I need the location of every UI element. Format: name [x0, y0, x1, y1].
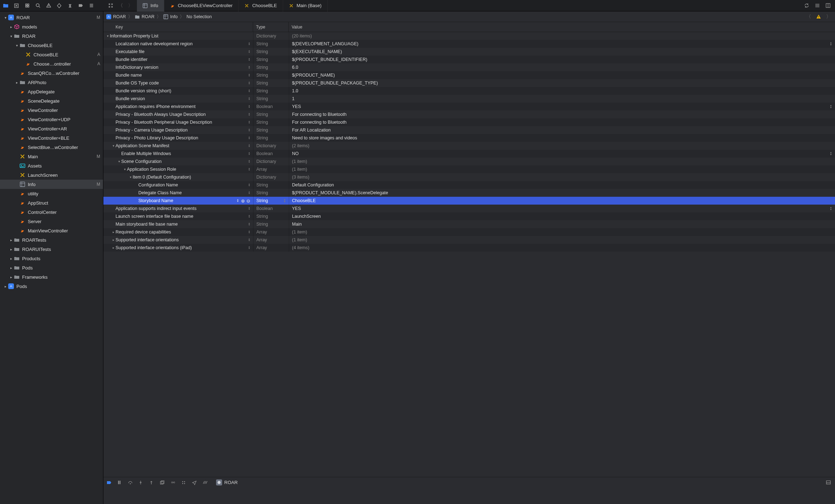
plist-type[interactable]: String [256, 96, 268, 101]
tab-chooseble-storyboard[interactable]: ChooseBLE [239, 0, 283, 11]
key-stepper-icon[interactable]: ▲▼ [248, 246, 250, 250]
plist-row[interactable]: Storyboard Name▲▼⊕⊖String▲▼ChooseBLE [103, 197, 835, 205]
key-stepper-icon[interactable]: ▲▼ [248, 113, 250, 116]
step-into-icon[interactable] [138, 480, 145, 485]
plist-type[interactable]: Array [256, 230, 267, 235]
key-stepper-icon[interactable]: ▲▼ [248, 222, 250, 226]
value-stepper-icon[interactable]: ▲▼ [830, 42, 832, 46]
plist-type[interactable]: String [256, 88, 268, 93]
plist-key[interactable]: Executable file [116, 49, 247, 54]
plist-key[interactable]: Required device capabilities [116, 230, 247, 235]
plist-value[interactable]: 6.0 [292, 65, 298, 70]
plist-value[interactable]: NO [292, 151, 299, 156]
plist-row[interactable]: ▸Supported interface orientations▲▼Array… [103, 236, 835, 244]
plist-row[interactable]: ▾Information Property ListDictionary(20 … [103, 32, 835, 40]
plist-type[interactable]: String [256, 198, 268, 203]
plist-value[interactable]: (3 items) [292, 175, 309, 180]
plist-type[interactable]: String [256, 135, 268, 140]
plist-key[interactable]: Launch screen interface file base name [116, 214, 247, 219]
step-over-icon[interactable] [128, 480, 134, 485]
key-stepper-icon[interactable]: ▲▼ [248, 215, 250, 218]
plist-key[interactable]: Configuration Name [138, 182, 247, 187]
plist-value[interactable]: $(PRODUCT_NAME) [292, 73, 335, 78]
type-stepper-icon[interactable]: ▲▼ [283, 199, 286, 203]
navigator-item[interactable]: InfoM [0, 180, 103, 189]
debug-view-hierarchy-icon[interactable] [160, 480, 166, 485]
plist-value[interactable]: YES [292, 206, 301, 211]
disclosure-chevron-icon[interactable]: ▸ [9, 275, 14, 279]
tab-main-base[interactable]: Main (Base) [283, 0, 328, 11]
key-stepper-icon[interactable]: ▲▼ [248, 207, 250, 210]
plist-key[interactable]: InfoDictionary version [116, 65, 247, 70]
issues-icon[interactable] [45, 2, 52, 9]
plist-type[interactable]: Dictionary [256, 175, 276, 180]
navigator-item[interactable]: ViewController+AR [0, 124, 103, 133]
warning-icon[interactable] [815, 13, 822, 20]
navigator-item[interactable]: Choose…ontrollerA [0, 59, 103, 68]
key-stepper-icon[interactable]: ▲▼ [248, 136, 250, 140]
key-stepper-icon[interactable]: ▲▼ [248, 50, 250, 53]
plist-row[interactable]: Bundle identifier▲▼String$(PRODUCT_BUNDL… [103, 56, 835, 63]
key-stepper-icon[interactable]: ▲▼ [248, 81, 250, 85]
pause-icon[interactable] [117, 480, 123, 485]
disclosure-chevron-icon[interactable]: ▸ [9, 238, 14, 242]
plist-key[interactable]: Application Session Role [127, 167, 247, 172]
key-stepper-icon[interactable]: ▲▼ [248, 66, 250, 69]
add-editor-icon[interactable] [824, 2, 831, 9]
navigator-item[interactable]: ViewController+UDP [0, 115, 103, 124]
plist-type[interactable]: Boolean [256, 104, 273, 109]
plist-row[interactable]: InfoDictionary version▲▼String6.0 [103, 63, 835, 71]
plist-value[interactable]: Need to store images and videos [292, 135, 357, 140]
plist-value[interactable]: $(DEVELOPMENT_LANGUAGE) [292, 41, 358, 46]
disclosure-chevron-icon[interactable]: ▸ [111, 230, 116, 234]
plist-key[interactable]: Privacy - Photo Library Usage Descriptio… [116, 135, 247, 140]
add-row-icon[interactable]: ⊕ [241, 198, 245, 204]
plist-type[interactable]: Array [256, 237, 267, 242]
plist-row[interactable]: Bundle version▲▼String1 [103, 95, 835, 103]
plist-row[interactable]: ▾Application Session Role▲▼Array(1 item) [103, 165, 835, 173]
plist-value[interactable]: (1 item) [292, 167, 307, 172]
plist-row[interactable]: Main storyboard file base name▲▼StringMa… [103, 220, 835, 228]
disclosure-chevron-icon[interactable]: ▸ [9, 266, 14, 270]
disclosure-chevron-icon[interactable]: ▸ [111, 238, 116, 242]
refresh-icon[interactable] [803, 2, 810, 9]
navigator-item[interactable]: ViewController+BLE [0, 133, 103, 143]
navigator-item[interactable]: ScanQRCo…wController [0, 68, 103, 78]
disclosure-chevron-icon[interactable]: ▾ [14, 43, 19, 47]
value-stepper-icon[interactable]: ▲▼ [830, 206, 832, 211]
plist-key[interactable]: Main storyboard file base name [116, 222, 247, 227]
plist-key[interactable]: Privacy - Bluetooth Peripheral Usage Des… [116, 120, 247, 125]
plist-value[interactable]: $(PRODUCT_BUNDLE_PACKAGE_TYPE) [292, 81, 378, 86]
plist-row[interactable]: ▸Supported interface orientations (iPad)… [103, 244, 835, 252]
plist-row[interactable]: Bundle name▲▼String$(PRODUCT_NAME) [103, 71, 835, 79]
symbol-navigator-icon[interactable] [24, 2, 31, 9]
navigator-item[interactable]: ▾ROAR [0, 31, 103, 41]
key-stepper-icon[interactable]: ▲▼ [248, 128, 250, 132]
plist-value[interactable]: LaunchScreen [292, 214, 321, 219]
navigator-item[interactable]: LaunchScreen [0, 170, 103, 180]
environment-overrides-icon[interactable] [181, 480, 188, 485]
plist-type[interactable]: Dictionary [256, 143, 276, 148]
reports-icon[interactable] [88, 2, 95, 9]
navigator-item[interactable]: ▾AROARM [0, 13, 103, 22]
plist-key[interactable]: Bundle identifier [116, 57, 247, 62]
navigator-item[interactable]: ControlCenter [0, 207, 103, 217]
navigator-item[interactable]: ChooseBLEA [0, 50, 103, 59]
project-navigator[interactable]: ▾AROARM▸models▾ROAR▾ChooseBLEChooseBLEAC… [0, 11, 103, 504]
plist-type[interactable]: Array [256, 245, 267, 250]
plist-type[interactable]: String [256, 65, 268, 70]
plist-key[interactable]: Supported interface orientations (iPad) [116, 245, 247, 250]
plist-key[interactable]: Privacy - Camera Usage Description [116, 128, 247, 133]
plist-value[interactable]: $(PRODUCT_MODULE_NAME).SceneDelegate [292, 190, 388, 195]
plist-value[interactable]: 1.0 [292, 88, 298, 93]
breakpoints-icon[interactable] [77, 2, 84, 9]
plist-row[interactable]: Application requires iPhone environment▲… [103, 103, 835, 110]
toggle-drawer-icon[interactable] [826, 480, 832, 485]
plist-key[interactable]: Privacy - Bluetooth Always Usage Descrip… [116, 112, 247, 117]
navigator-item[interactable]: SelectBlue…wController [0, 143, 103, 152]
plist-type[interactable]: String [256, 49, 268, 54]
disclosure-chevron-icon[interactable]: ▾ [3, 16, 8, 20]
plist-type[interactable]: String [256, 190, 268, 195]
plist-row[interactable]: Privacy - Camera Usage Description▲▼Stri… [103, 126, 835, 134]
plist-type[interactable]: Dictionary [256, 34, 276, 38]
